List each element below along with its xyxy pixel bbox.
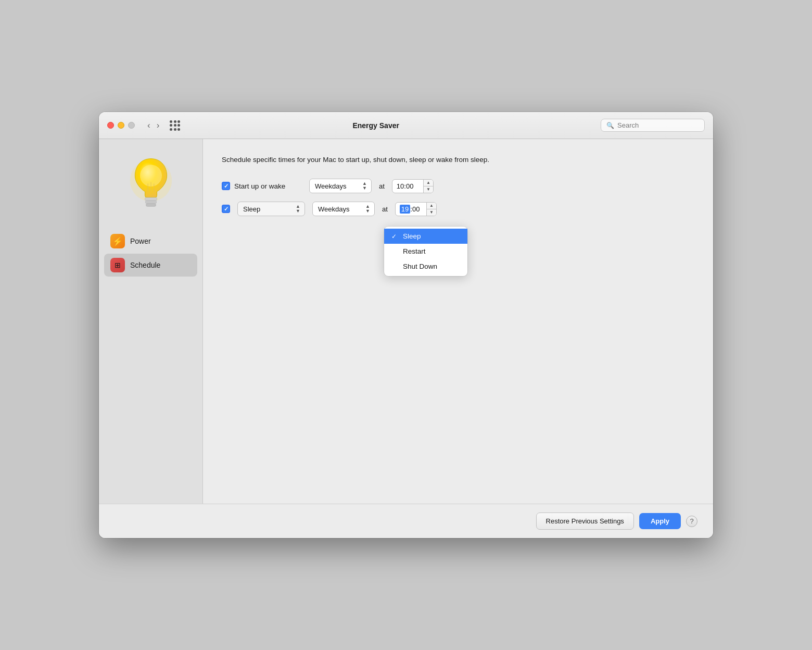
sleep-time-value: 19:00 [396, 203, 426, 215]
minimize-button[interactable] [118, 122, 124, 129]
day-down-arrow[interactable]: ▼ [362, 186, 367, 191]
startup-time-up[interactable]: ▲ [424, 180, 433, 186]
sleep-action-select[interactable]: Sleep ▲ ▼ [237, 202, 305, 216]
apply-button[interactable]: Apply [639, 513, 681, 529]
search-icon: 🔍 [606, 122, 614, 129]
sidebar-item-label-power: Power [130, 237, 151, 245]
back-button[interactable]: ‹ [145, 120, 153, 131]
search-input[interactable] [617, 121, 699, 129]
search-box[interactable]: 🔍 [601, 119, 705, 132]
sleep-time-rest: :00 [410, 205, 420, 213]
startup-day-value: Weekdays [315, 182, 359, 190]
window-title: Energy Saver [157, 121, 594, 130]
checkbox-check-icon: ✓ [224, 183, 229, 190]
startup-day-select[interactable]: Weekdays ▲ ▼ [309, 179, 372, 193]
description-text: Schedule specific times for your Mac to … [222, 155, 524, 165]
sleep-time-stepper: ▲ ▼ [426, 203, 436, 216]
sleep-time-down[interactable]: ▼ [427, 209, 436, 216]
sleep-day-down[interactable]: ▼ [365, 209, 370, 214]
close-button[interactable] [107, 122, 114, 129]
traffic-lights [107, 122, 135, 129]
sleep-day-select[interactable]: Weekdays ▲ ▼ [312, 202, 375, 216]
main-area: ⚡ Power ⊞ Schedule Schedule specific tim… [99, 139, 713, 504]
sleep-checkbox-area: ✓ [222, 205, 230, 213]
dropdown-shutdown-label: Shut Down [403, 262, 437, 270]
sleep-check-mark: ✓ [391, 233, 399, 240]
power-icon: ⚡ [110, 234, 125, 248]
startup-at-label: at [379, 182, 385, 190]
dropdown-item-sleep[interactable]: ✓ Sleep [384, 229, 467, 244]
startup-label: Start up or wake [234, 182, 302, 190]
schedule-row-sleep: ✓ Sleep ▲ ▼ Weekdays ▲ ▼ [222, 202, 694, 216]
main-window: ‹ › Energy Saver 🔍 [99, 112, 713, 538]
bottom-bar: Restore Previous Settings Apply ? [99, 504, 713, 538]
schedule-icon: ⊞ [110, 258, 125, 272]
sleep-day-stepper: ▲ ▼ [365, 204, 370, 214]
day-stepper-arrows: ▲ ▼ [362, 181, 367, 191]
power-icon-symbol: ⚡ [112, 236, 123, 246]
sidebar-item-power[interactable]: ⚡ Power [104, 230, 197, 253]
content-area: Schedule specific times for your Mac to … [203, 139, 713, 504]
startup-time-value: 10:00 [392, 180, 423, 192]
sleep-time-control: 19:00 ▲ ▼ [395, 202, 437, 216]
svg-rect-3 [145, 201, 156, 204]
sleep-action-value: Sleep [243, 205, 293, 213]
schedule-icon-symbol: ⊞ [115, 261, 121, 269]
sleep-at-label: at [382, 205, 388, 213]
startup-time-control: 10:00 ▲ ▼ [392, 179, 434, 193]
sleep-time-up[interactable]: ▲ [427, 203, 436, 209]
sleep-checkbox[interactable]: ✓ [222, 205, 230, 213]
sleep-action-down[interactable]: ▼ [296, 209, 300, 214]
startup-checkbox-area: ✓ Start up or wake [222, 182, 302, 190]
dropdown-sleep-label: Sleep [403, 232, 421, 240]
dropdown-item-restart[interactable]: Restart [384, 244, 467, 259]
startup-time-down[interactable]: ▼ [424, 186, 433, 193]
svg-rect-4 [146, 204, 156, 207]
sidebar-item-label-schedule: Schedule [130, 261, 160, 269]
action-dropdown-menu: ✓ Sleep Restart Shut Down [384, 227, 467, 276]
svg-rect-2 [145, 197, 157, 201]
sidebar-item-schedule[interactable]: ⊞ Schedule [104, 254, 197, 277]
help-button[interactable]: ? [686, 516, 697, 527]
sidebar: ⚡ Power ⊞ Schedule [99, 139, 203, 504]
sleep-time-hour: 19 [400, 205, 410, 214]
sleep-checkbox-check-icon: ✓ [224, 206, 229, 213]
maximize-button[interactable] [128, 122, 135, 129]
restore-button[interactable]: Restore Previous Settings [536, 512, 634, 530]
sidebar-hero-icon [125, 155, 177, 214]
startup-time-stepper: ▲ ▼ [423, 180, 433, 193]
sidebar-items: ⚡ Power ⊞ Schedule [99, 230, 202, 277]
startup-checkbox[interactable]: ✓ [222, 182, 230, 190]
schedule-row-startup: ✓ Start up or wake Weekdays ▲ ▼ at 10:00… [222, 179, 694, 193]
dropdown-restart-label: Restart [403, 247, 426, 255]
sleep-action-stepper: ▲ ▼ [296, 204, 300, 214]
sleep-day-value: Weekdays [318, 205, 362, 213]
titlebar: ‹ › Energy Saver 🔍 [99, 112, 713, 139]
dropdown-item-shutdown[interactable]: Shut Down [384, 259, 467, 274]
